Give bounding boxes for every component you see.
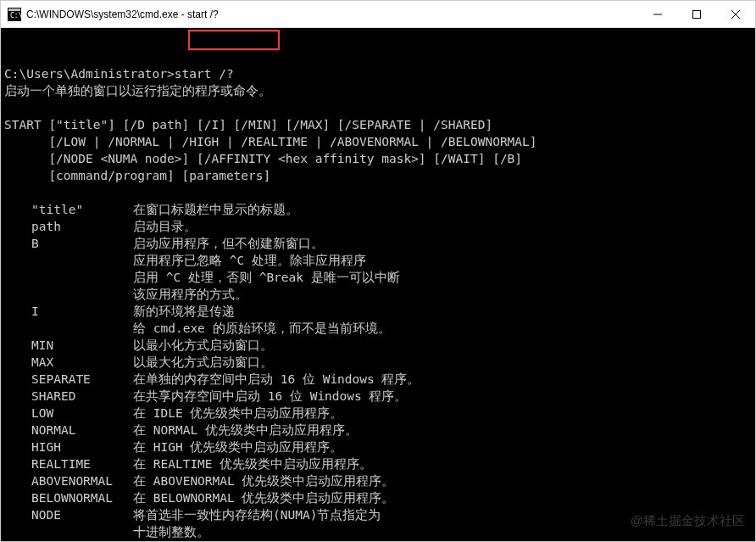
prompt-text: C:\Users\Administrator> [4,67,175,81]
terminal-area[interactable]: C:\Users\Administrator>start /? 启动一个单独的窗… [1,28,755,541]
svg-text:C:\: C:\ [10,12,21,20]
param-desc: 在 ABOVENORMAL 优先级类中启动应用程序。 [133,474,395,488]
syntax-line: [/LOW | /NORMAL | /HIGH | /REALTIME | /A… [4,135,537,148]
param-name: SHARED [31,388,133,405]
command-text: start /? [175,67,234,81]
window-controls [638,1,755,27]
param-name: BELOWNORMAL [31,489,133,506]
param-name: path [31,218,133,235]
param-desc: 在窗口标题栏中显示的标题。 [133,203,298,216]
svg-rect-4 [693,10,701,18]
syntax-line: [/NODE <NUMA node>] [/AFFINITY <hex affi… [4,152,522,165]
syntax-line: [command/program] [parameters] [4,169,270,182]
close-button[interactable] [716,1,755,27]
param-name: MAX [31,354,133,371]
param-desc: 启动应用程序，但不创建新窗口。 [133,237,324,250]
param-name: NORMAL [31,422,133,439]
maximize-button[interactable] [677,1,716,27]
syntax-line: START ["title"] [/D path] [/I] [/MIN] [/… [4,118,492,131]
param-name: "title" [31,201,133,218]
window-title: C:\WINDOWS\system32\cmd.exe - start /? [26,8,638,20]
param-name: NODE [31,506,133,523]
param-desc-cont: 十进制整数。 [4,525,209,539]
param-name: LOW [31,405,133,422]
param-desc: 将首选非一致性内存结构(NUMA)节点指定为 [133,508,381,522]
param-desc: 在 HIGH 优先级类中启动应用程序。 [133,440,342,454]
param-desc: 在 BELOWNORMAL 优先级类中启动应用程序。 [133,491,395,505]
param-name: ABOVENORMAL [31,472,133,489]
window-titlebar: C:\ C:\WINDOWS\system32\cmd.exe - start … [1,1,755,28]
param-desc: 在 IDLE 优先级类中启动应用程序。 [133,406,342,420]
svg-rect-1 [8,8,20,11]
param-desc-cont: 该应用程序的方式。 [4,288,247,301]
param-desc: 在单独的内存空间中启动 16 位 Windows 程序。 [133,372,420,386]
param-desc: 新的环境将是传递 [133,305,235,318]
param-name: MIN [31,337,133,354]
param-name: B [31,235,133,252]
param-name: HIGH [31,439,133,455]
param-desc-cont: 给 cmd.exe 的原始环境，而不是当前环境。 [4,321,391,335]
param-desc: 启动目录。 [133,220,197,233]
param-name: AFFINITY [31,540,133,541]
param-desc: 在 NORMAL 优先级类中启动应用程序。 [133,423,358,437]
param-name: REALTIME [31,455,133,472]
param-name: SEPARATE [31,371,133,388]
highlight-annotation [188,30,280,50]
param-desc: 在共享内存空间中启动 16 位 Windows 程序。 [133,389,408,403]
param-desc: 在 REALTIME 优先级类中启动应用程序。 [133,457,372,471]
watermark-text: @稀土掘金技术社区 [631,512,745,529]
minimize-button[interactable] [638,1,677,27]
help-description: 启动一个单独的窗口以运行指定的程序或命令。 [4,84,271,98]
param-desc: 以最大化方式启动窗口。 [133,355,273,369]
param-desc-cont: 应用程序已忽略 ^C 处理。除非应用程序 [4,254,366,267]
cmd-icon: C:\ [8,8,21,21]
param-desc: 以最小化方式启动窗口。 [133,338,273,352]
param-desc-cont: 启用 ^C 处理，否则 ^Break 是唯一可以中断 [4,271,400,284]
param-name: I [31,303,133,320]
